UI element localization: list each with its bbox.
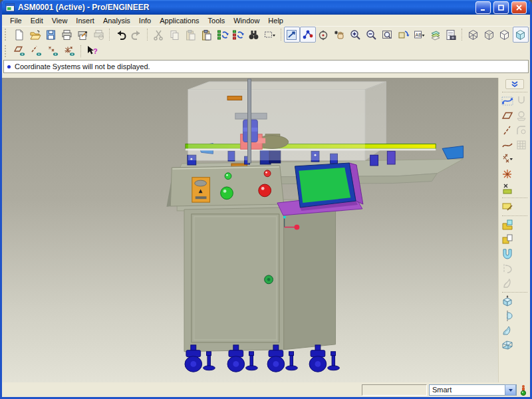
graphics-viewport[interactable] [2, 78, 498, 382]
toolchest-spacer [515, 294, 529, 309]
wireframe-button[interactable] [465, 27, 481, 43]
datum-axis-button[interactable] [501, 123, 515, 138]
save-button[interactable] [43, 27, 59, 43]
cut-button[interactable] [150, 27, 166, 43]
open-button[interactable] [27, 27, 43, 43]
menu-help[interactable]: Help [264, 16, 287, 25]
style-curve-button[interactable] [501, 94, 515, 108]
combobox-arrow-button[interactable] [505, 384, 516, 396]
no-hidden-button[interactable] [497, 27, 513, 43]
hidden-line-icon [483, 29, 495, 41]
sweep-surface-button[interactable] [501, 323, 515, 338]
toolbar-expand-button[interactable] [505, 79, 524, 89]
close-button[interactable] [511, 1, 527, 14]
regenerate-custom-icon [231, 29, 244, 41]
sketch-button[interactable] [515, 94, 529, 108]
redo-button[interactable] [128, 27, 144, 43]
undo-button[interactable] [112, 27, 128, 43]
redo-icon [130, 29, 143, 41]
datum-curve-icon [501, 139, 513, 151]
toolbar-grip[interactable] [5, 29, 9, 41]
datum-planes-toggle[interactable] [11, 43, 28, 59]
hidden-line-button[interactable] [481, 27, 497, 43]
message-area[interactable]: Coordinate Systems will not be displayed… [3, 60, 529, 73]
note-button[interactable] [501, 200, 515, 214]
toolchest-separator [502, 92, 527, 92]
selection-box-button[interactable] [262, 27, 278, 43]
print-disabled-button[interactable] [91, 27, 107, 43]
menu-analysis[interactable]: Analysis [99, 16, 134, 25]
minimize-button[interactable] [475, 1, 491, 14]
orient-mode-button[interactable] [316, 27, 332, 43]
copy-button[interactable] [166, 27, 182, 43]
paste-button[interactable] [182, 27, 198, 43]
paste-icon [184, 29, 197, 41]
hole-button[interactable] [515, 108, 529, 123]
menu-view[interactable]: View [48, 16, 72, 25]
menu-window[interactable]: Window [229, 16, 263, 25]
datum-plane-button[interactable] [501, 108, 515, 123]
coordinate-system-button[interactable] [501, 167, 515, 182]
datum-point-icon [501, 154, 513, 166]
zoom-in-button[interactable] [348, 27, 364, 43]
revolve-disabled-button[interactable] [501, 261, 515, 276]
extrude-surface-button[interactable] [501, 294, 515, 309]
selection-filter-button[interactable] [284, 27, 300, 43]
datum-axis-icon [501, 124, 513, 136]
regenerate-button[interactable] [214, 27, 230, 43]
datum-csys-toggle[interactable] [61, 43, 78, 59]
spin-center-button[interactable] [300, 27, 316, 43]
pan-button[interactable] [332, 27, 348, 43]
datum-csys-display-icon [63, 45, 76, 57]
view-manager-button[interactable] [443, 27, 459, 43]
paste-special-button[interactable] [198, 27, 214, 43]
title-bar[interactable]: ASM0001 (Active) - Pro/ENGINEER [2, 0, 530, 15]
maximize-button[interactable] [493, 1, 509, 14]
blend-surface-button[interactable] [501, 338, 515, 352]
menu-applications[interactable]: Applications [156, 16, 203, 25]
selection-filter-combobox[interactable]: Smart [429, 384, 517, 396]
cross-section-button[interactable] [501, 182, 515, 196]
menu-file[interactable]: File [6, 16, 26, 25]
menu-info[interactable]: Info [135, 16, 155, 25]
filter-status-icon[interactable] [519, 384, 528, 396]
revolve-surface-button[interactable] [501, 309, 515, 323]
datum-axes-toggle[interactable] [28, 43, 45, 59]
refit-button[interactable] [379, 27, 395, 43]
datum-plane-icon [501, 110, 513, 122]
no-hidden-icon [498, 29, 511, 41]
saved-views-button[interactable]: AB [411, 27, 427, 43]
create-component-button[interactable] [501, 232, 515, 247]
regenerate-custom-button[interactable] [230, 27, 246, 43]
find-button[interactable] [246, 27, 262, 43]
new-file-button[interactable] [11, 27, 27, 43]
round-button[interactable] [515, 123, 529, 138]
save-icon [45, 29, 57, 41]
print-disabled-icon [92, 29, 105, 41]
context-help-button[interactable]: ? [84, 43, 100, 59]
pattern-button[interactable] [515, 138, 529, 152]
layers-icon [429, 29, 442, 41]
sweep-icon [501, 325, 513, 336]
assemble-component-button[interactable] [501, 217, 515, 232]
reorient-button[interactable] [395, 27, 411, 43]
toolbar-grip[interactable] [5, 45, 9, 57]
create-component-icon [501, 233, 513, 245]
menu-tools[interactable]: Tools [204, 16, 229, 25]
datum-curve-button[interactable] [501, 138, 515, 152]
zoom-out-button[interactable] [364, 27, 380, 43]
plot-button[interactable] [75, 27, 91, 43]
hole-icon [515, 110, 527, 122]
menu-edit[interactable]: Edit [27, 16, 47, 25]
print-button[interactable] [59, 27, 75, 43]
datum-point-button[interactable] [501, 152, 515, 167]
menu-bar: File Edit View Insert Analysis Info Appl… [2, 15, 530, 26]
selection-arrow-icon [285, 29, 298, 41]
layers-button[interactable] [427, 27, 443, 43]
work-area [2, 78, 530, 382]
shaded-button[interactable] [513, 27, 529, 43]
sweep-disabled-button[interactable] [501, 276, 515, 291]
menu-insert[interactable]: Insert [72, 16, 98, 25]
datum-points-toggle[interactable] [45, 43, 61, 59]
assembly-cut-button[interactable] [501, 247, 515, 261]
